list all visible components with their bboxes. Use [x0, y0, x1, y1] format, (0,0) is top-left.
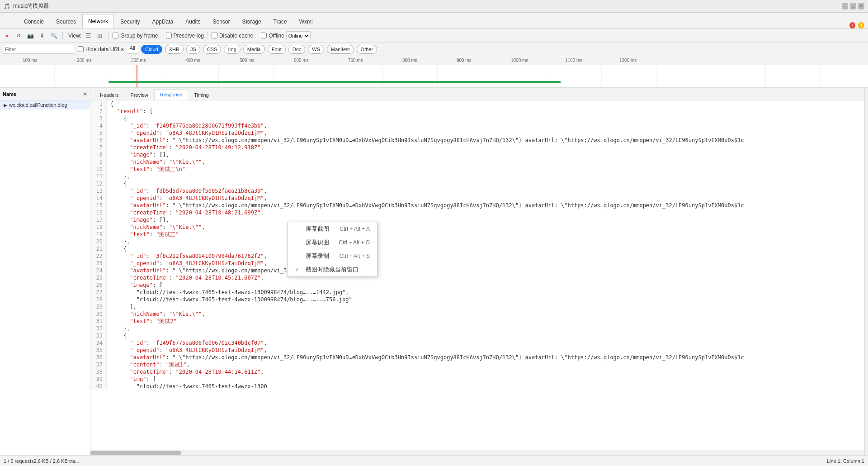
record-button[interactable]: ●	[2, 31, 12, 41]
sidebar-item-wx-cloud[interactable]: ▶ wx.cloud.callFunction.blog	[0, 100, 90, 109]
line-content: "image": [],	[107, 151, 169, 158]
code-line: 19 "text": "测试三"	[90, 231, 864, 238]
sidebar-close-button[interactable]: ✕	[83, 91, 87, 97]
offline-checkbox[interactable]	[261, 33, 267, 38]
hide-data-urls-label[interactable]: Hide data URLs	[78, 46, 124, 52]
line-content: "result": [	[107, 108, 153, 115]
view-list-button[interactable]: ☰	[83, 31, 93, 41]
filter-xhr[interactable]: XHR	[165, 45, 184, 54]
response-code-area[interactable]: 1{2 "result": [3 {4 "_id": "f149f6775ea8…	[90, 100, 864, 450]
line-number: 16	[90, 209, 107, 216]
scrollbar-thumb[interactable]	[90, 451, 181, 455]
code-line: 30 "nickName": "\"Kie.\"",	[90, 310, 864, 318]
filter-cloud[interactable]: Cloud	[141, 45, 162, 54]
filter-ws[interactable]: WS	[308, 45, 324, 54]
devtools-panel: Console Sources Network Security AppData…	[0, 13, 868, 466]
horizontal-scrollbar[interactable]	[90, 450, 864, 455]
status-bar: 1 / 6 requests 2.6 KB / 2.6 KB tra... Li…	[0, 455, 868, 466]
refresh-button[interactable]: ↺	[14, 31, 24, 41]
maximize-button[interactable]: □	[850, 3, 856, 10]
filter-other[interactable]: Other	[357, 45, 377, 54]
code-line: 3 {	[90, 115, 864, 122]
tab-audits[interactable]: Audits	[179, 14, 206, 29]
filter-js[interactable]: JS	[186, 45, 200, 54]
code-line: 6 "avatarUrl": " \"https://wx.qlogo.cn/m…	[90, 137, 864, 144]
tab-preview[interactable]: Preview	[125, 89, 154, 100]
filter-media[interactable]: Media	[243, 45, 265, 54]
disable-cache-checkbox[interactable]	[212, 33, 217, 38]
app-icon: 🎵	[4, 3, 10, 10]
tab-console[interactable]: Console	[18, 14, 50, 29]
tab-sensor[interactable]: Sensor	[207, 14, 236, 29]
line-number: 1	[90, 100, 107, 108]
filter-bar: Hide data URLs All Cloud XHR JS CSS Img …	[0, 43, 868, 56]
code-line: 40 "cloud://test-4wwzx.7465-test-4wwzx-1…	[90, 383, 864, 390]
code-line: 36 "avatarUrl": " \"https://wx.qlogo.cn/…	[90, 354, 864, 361]
filter-css[interactable]: CSS	[203, 45, 222, 54]
code-line: 9 "nickName": "\"Kie.\"",	[90, 158, 864, 166]
line-number: 7	[90, 144, 107, 151]
preserve-log-checkbox[interactable]	[166, 33, 172, 38]
title-bar: 🎵 music的模拟器 ─ □ ✕	[0, 0, 868, 13]
code-line: 2 "result": [	[90, 108, 864, 115]
line-number: 17	[90, 216, 107, 223]
tab-storage[interactable]: Storage	[236, 14, 267, 29]
code-line: 22 "_id": "3f8c212f5ea80941007984da76176…	[90, 252, 864, 260]
line-number: 13	[90, 187, 107, 195]
tab-response[interactable]: Response	[154, 89, 189, 100]
filter-input[interactable]	[3, 45, 75, 54]
line-content: "_openid": "o8A3_48JtCKKyD1HSzTaiOdzqIjM…	[107, 347, 267, 354]
context-menu-item-record[interactable]: 屏幕录制Ctrl + Alt + S	[288, 249, 377, 263]
hide-data-urls-checkbox[interactable]	[78, 46, 84, 52]
timeline-tick-5: 600 ms	[294, 58, 309, 63]
search-button[interactable]: 🔍	[49, 31, 59, 41]
tab-appdata[interactable]: AppData	[146, 14, 179, 29]
context-menu-item-hide-when-capture[interactable]: ✓截图时隐藏当前窗口	[288, 263, 377, 276]
line-number: 32	[90, 325, 107, 332]
code-line: 25 "createTime": "2020-04-28T10:45:21.60…	[90, 274, 864, 281]
group-by-frame-label[interactable]: Group by frame	[113, 33, 158, 39]
tab-sources[interactable]: Sources	[50, 14, 82, 29]
line-content: },	[107, 238, 130, 245]
line-content: "text": "测试三"	[107, 231, 179, 238]
offline-label[interactable]: Offline	[261, 33, 284, 39]
preserve-log-label[interactable]: Preserve log	[166, 33, 204, 39]
line-content: ],	[107, 303, 137, 310]
code-line: 26 "image": [	[90, 281, 864, 289]
menu-item-label: 截图时隐藏当前窗口	[306, 266, 359, 274]
request-sidebar: Name ✕ ▶ wx.cloud.callFunction.blog	[0, 88, 90, 455]
tab-headers[interactable]: Headers	[94, 89, 125, 100]
filter-img[interactable]: Img	[224, 45, 240, 54]
group-by-frame-checkbox[interactable]	[113, 33, 118, 38]
tab-trace[interactable]: Trace	[268, 14, 293, 29]
timeline-tick-9: 1000 ms	[511, 58, 528, 63]
tab-timing[interactable]: Timing	[188, 89, 215, 100]
line-number: 2	[90, 108, 107, 115]
tab-security[interactable]: Security	[114, 14, 146, 29]
code-line: 33 {	[90, 332, 864, 339]
data-transferred: 2.6 KB / 2.6 KB tra...	[34, 458, 79, 464]
tab-network[interactable]: Network	[82, 14, 114, 29]
context-menu-item-recognize[interactable]: 屏幕识图Ctrl + Alt + O	[288, 236, 377, 249]
line-number: 20	[90, 238, 107, 245]
request-count: 1 / 6 requests	[4, 458, 34, 464]
separator-4	[208, 32, 208, 39]
context-menu-item-screenshot[interactable]: 屏幕截图Ctrl + Alt + A	[288, 222, 377, 236]
disable-cache-label[interactable]: Disable cache	[212, 33, 253, 39]
close-button[interactable]: ✕	[858, 3, 864, 10]
line-number: 27	[90, 289, 107, 296]
filter-manifest[interactable]: Manifest	[327, 45, 354, 54]
filter-doc[interactable]: Doc	[288, 45, 306, 54]
filter-button[interactable]: ⬇	[37, 31, 47, 41]
line-number: 28	[90, 296, 107, 303]
code-line: 27 "cloud://test-4wwzx.7465-test-4wwzx-1…	[90, 289, 864, 296]
tab-wxml[interactable]: Wxml	[293, 14, 319, 29]
network-throttle-select[interactable]: Online	[286, 31, 311, 40]
camera-button[interactable]: 📷	[25, 31, 35, 41]
filter-all[interactable]: All	[127, 45, 138, 54]
view-grid-button[interactable]: ⊞	[95, 31, 105, 41]
line-content: "text": "测试三\n"	[107, 166, 185, 173]
title-bar-controls: ─ □ ✕	[842, 3, 864, 10]
minimize-button[interactable]: ─	[842, 3, 848, 10]
filter-font[interactable]: Font	[268, 45, 286, 54]
